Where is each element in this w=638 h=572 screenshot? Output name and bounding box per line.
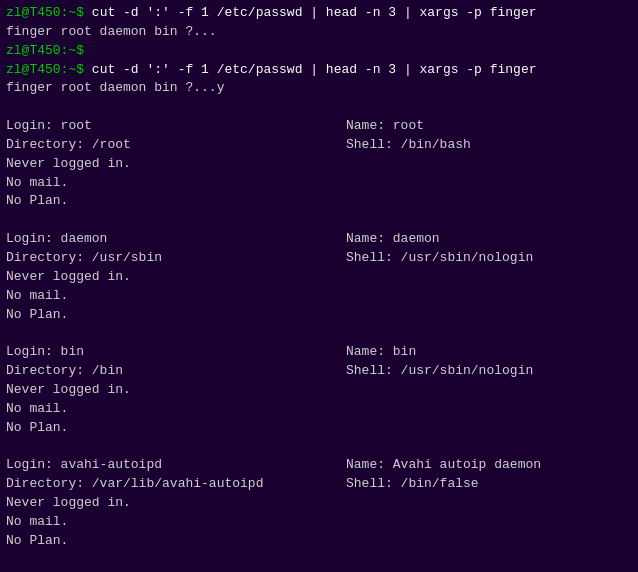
output-text: Never logged in. (6, 156, 131, 171)
output-text: No Plan. (6, 533, 68, 548)
output-split-line: Directory: /usr/sbinShell: /usr/sbin/nol… (6, 249, 632, 268)
output-split-line: Login: avahi-autoipdName: Avahi autoip d… (6, 456, 632, 475)
command-line: zl@T450:~$ cut -d ':' -f 1 /etc/passwd |… (6, 4, 632, 23)
command-text: cut -d ':' -f 1 /etc/passwd | head -n 3 … (92, 5, 537, 20)
output-line: Never logged in. (6, 381, 632, 400)
terminal: zl@T450:~$ cut -d ':' -f 1 /etc/passwd |… (0, 0, 638, 572)
output-text: No Plan. (6, 193, 68, 208)
output-right: Name: daemon (346, 230, 440, 249)
blank-line (6, 211, 632, 230)
output-split-line: Login: binName: bin (6, 343, 632, 362)
output-line: finger root daemon bin ?...y (6, 79, 632, 98)
output-text: No mail. (6, 401, 68, 416)
output-line: No mail. (6, 174, 632, 193)
output-left: Directory: /var/lib/avahi-autoipd (6, 475, 346, 494)
output-text: finger root daemon bin ?... (6, 24, 217, 39)
output-line: No mail. (6, 287, 632, 306)
command-text: cut -d ':' -f 1 /etc/passwd | head -n 3 … (92, 62, 537, 77)
output-text: No Plan. (6, 307, 68, 322)
output-text: Never logged in. (6, 269, 131, 284)
output-line: Never logged in. (6, 494, 632, 513)
output-right: Name: Avahi autoip daemon (346, 456, 541, 475)
output-line: No Plan. (6, 419, 632, 438)
output-right: Shell: /usr/sbin/nologin (346, 249, 533, 268)
blank-line (6, 98, 632, 117)
output-right: Shell: /bin/false (346, 475, 479, 494)
output-text: Never logged in. (6, 495, 131, 510)
output-split-line: Directory: /rootShell: /bin/bash (6, 136, 632, 155)
prompt: zl@T450:~$ (6, 62, 92, 77)
output-left: Login: root (6, 117, 346, 136)
output-line: Never logged in. (6, 268, 632, 287)
output-left: Directory: /root (6, 136, 346, 155)
output-text: No mail. (6, 175, 68, 190)
command-line: zl@T450:~$ cut -d ':' -f 1 /etc/passwd |… (6, 61, 632, 80)
output-line: No Plan. (6, 306, 632, 325)
blank-line (6, 550, 632, 569)
output-line: No mail. (6, 513, 632, 532)
output-line: No Plan. (6, 532, 632, 551)
output-left: Login: bin (6, 343, 346, 362)
output-left: Login: daemon (6, 230, 346, 249)
output-right: Shell: /usr/sbin/nologin (346, 362, 533, 381)
output-line: No mail. (6, 400, 632, 419)
output-split-line: Directory: /var/lib/avahi-autoipdShell: … (6, 475, 632, 494)
blank-line (6, 437, 632, 456)
output-line: Never logged in. (6, 155, 632, 174)
output-split-line: Login: daemonName: daemon (6, 230, 632, 249)
prompt: zl@T450:~$ (6, 5, 92, 20)
output-split-line: Directory: /binShell: /usr/sbin/nologin (6, 362, 632, 381)
output-line: No Plan. (6, 192, 632, 211)
output-left: Directory: /bin (6, 362, 346, 381)
output-text: finger root daemon bin ?...y (6, 80, 224, 95)
prompt: zl@T450:~$ (6, 43, 84, 58)
prompt-line: zl@T450:~$ (6, 42, 632, 61)
output-left: Directory: /usr/sbin (6, 249, 346, 268)
output-right: Name: root (346, 117, 424, 136)
output-text: No mail. (6, 288, 68, 303)
output-right: Shell: /bin/bash (346, 136, 471, 155)
output-left: Login: avahi-autoipd (6, 456, 346, 475)
output-text: No mail. (6, 514, 68, 529)
output-right: Name: bin (346, 343, 416, 362)
output-line: finger root daemon bin ?... (6, 23, 632, 42)
output-text: Never logged in. (6, 382, 131, 397)
output-text: No Plan. (6, 420, 68, 435)
blank-line (6, 324, 632, 343)
output-split-line: Login: rootName: root (6, 117, 632, 136)
